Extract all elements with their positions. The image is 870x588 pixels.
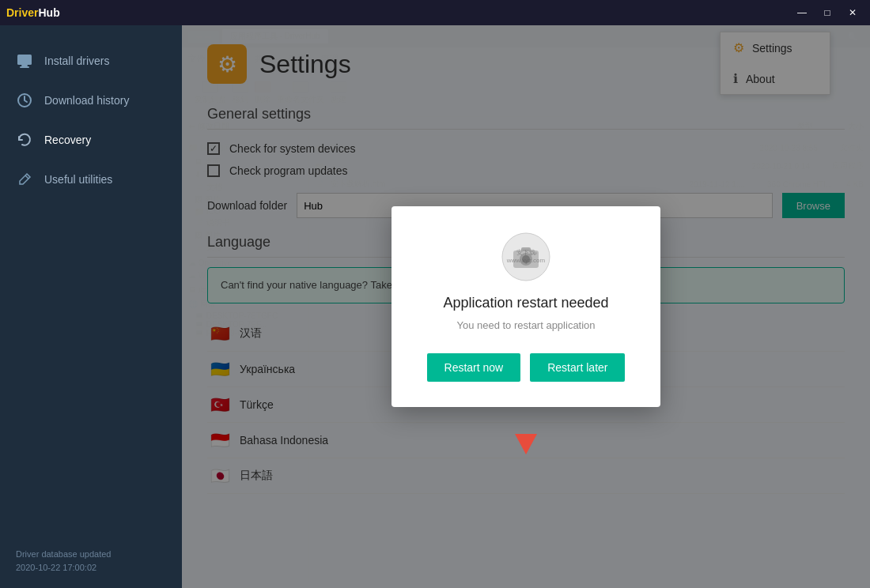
modal-title: Application restart needed: [420, 295, 632, 311]
sidebar-item-utilities[interactable]: Useful utilities: [0, 160, 182, 199]
title-bar: DriverHub — □ ✕: [0, 0, 870, 25]
minimize-button[interactable]: —: [791, 5, 813, 21]
arrow-down-icon: [515, 434, 537, 454]
app-logo: DriverHub: [6, 6, 60, 19]
modal-overlay: 安下载www.xyz.com Application restart neede…: [182, 25, 870, 588]
sidebar-nav: Install drivers Download history Recover…: [0, 25, 182, 535]
recovery-icon: [16, 131, 33, 149]
install-icon: [16, 52, 33, 70]
svg-rect-9: [521, 247, 531, 251]
svg-rect-1: [21, 65, 28, 66]
sidebar-label-install: Install drivers: [44, 55, 109, 67]
restart-later-button[interactable]: Restart later: [530, 353, 625, 382]
restart-now-button[interactable]: Restart now: [427, 353, 521, 382]
sidebar-label-history: Download history: [44, 94, 129, 107]
utilities-icon: [16, 171, 33, 188]
svg-line-4: [25, 175, 28, 179]
svg-point-8: [522, 255, 530, 263]
arrow-indicator: [515, 434, 537, 454]
sidebar-item-install[interactable]: Install drivers: [0, 41, 182, 81]
db-update-label: Driver database updated: [16, 548, 166, 562]
modal-buttons: Restart now Restart later: [420, 353, 632, 382]
sidebar-label-utilities: Useful utilities: [44, 173, 112, 186]
close-button[interactable]: ✕: [842, 5, 864, 21]
sidebar-label-recovery: Recovery: [44, 134, 91, 146]
history-icon: [16, 92, 33, 109]
restart-modal: 安下载www.xyz.com Application restart neede…: [392, 206, 660, 407]
svg-rect-10: [534, 252, 537, 254]
svg-rect-2: [20, 66, 29, 68]
app-branding: DriverHub: [6, 6, 60, 19]
db-update-time: 2020-10-22 17:00:02: [16, 561, 166, 575]
modal-subtitle: You need to restart application: [420, 319, 632, 331]
sidebar: Install drivers Download history Recover…: [0, 25, 182, 588]
sidebar-footer: Driver database updated 2020-10-22 17:00…: [0, 535, 182, 588]
modal-camera-icon: 安下载www.xyz.com: [501, 232, 551, 282]
window-controls: — □ ✕: [791, 5, 864, 21]
maximize-button[interactable]: □: [816, 5, 838, 21]
sidebar-item-history[interactable]: Download history: [0, 81, 182, 120]
main-content: ⬅ ➡ 应用程序工具 - DriverHub 🔍 文件主页共享查看管理 复制到盘…: [182, 25, 870, 588]
sidebar-item-recovery[interactable]: Recovery: [0, 120, 182, 160]
svg-rect-0: [17, 55, 32, 65]
